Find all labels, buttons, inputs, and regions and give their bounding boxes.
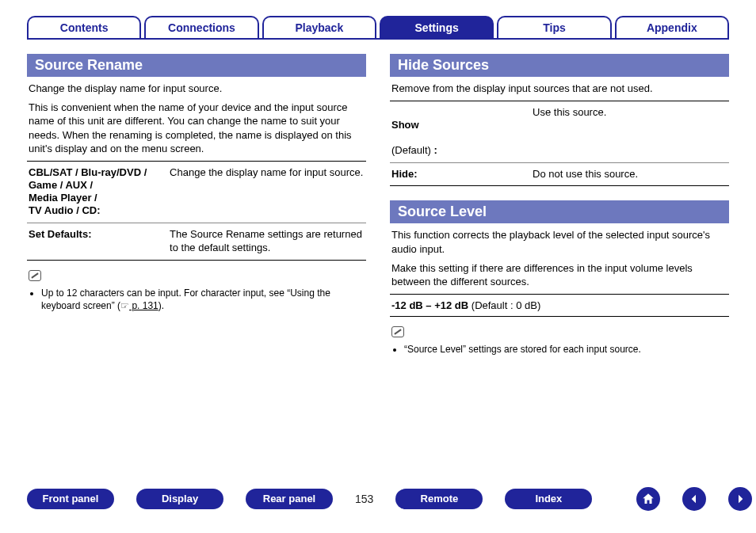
col-left: Source Rename Change the display name fo…: [27, 54, 366, 357]
source-rename-desc2: This is convenient when the name of your…: [29, 101, 365, 156]
remote-button[interactable]: Remote: [395, 489, 483, 509]
table-row: CBL/SAT / Blu-ray/DVD / Game / AUX / Med…: [27, 162, 366, 223]
table-row: Show (Default) : Use this source.: [390, 101, 729, 163]
note-item: “Source Level” settings are stored for e…: [404, 343, 729, 356]
tab-tips[interactable]: Tips: [497, 16, 611, 38]
tab-connections[interactable]: Connections: [144, 16, 258, 38]
bottom-bar: Front panel Display Rear panel 153 Remot…: [27, 487, 729, 511]
display-button[interactable]: Display: [136, 489, 223, 509]
heading-source-rename: Source Rename: [27, 54, 366, 77]
prev-page-icon[interactable]: [682, 487, 706, 511]
col-right: Hide Sources Remove from the display inp…: [390, 54, 729, 357]
index-button[interactable]: Index: [505, 489, 592, 509]
key-paren: (Default): [391, 144, 431, 156]
row-key: CBL/SAT / Blu-ray/DVD / Game / AUX / Med…: [29, 166, 170, 218]
page-reference-link[interactable]: p. 131: [129, 300, 158, 311]
range-bold: -12 dB – +12 dB: [391, 299, 468, 311]
note-text-pre: Up to 12 characters can be input. For ch…: [41, 287, 330, 311]
tab-playback[interactable]: Playback: [262, 16, 376, 38]
heading-source-level: Source Level: [390, 200, 729, 223]
hide-sources-table: Show (Default) : Use this source. Hide: …: [390, 101, 729, 187]
next-page-icon[interactable]: [728, 487, 752, 511]
source-level-range: -12 dB – +12 dB (Default : 0 dB): [390, 294, 729, 317]
content-area: Source Rename Change the display name fo…: [27, 54, 729, 357]
rear-panel-button[interactable]: Rear panel: [246, 489, 333, 509]
source-level-desc1: This function corrects the playback leve…: [391, 228, 727, 256]
nav-tabs: Contents Connections Playback Settings T…: [27, 16, 729, 40]
hide-sources-desc: Remove from the display input sources th…: [391, 82, 727, 96]
row-key: Hide:: [391, 168, 533, 181]
home-icon[interactable]: [636, 487, 660, 511]
note-text-post: ).: [158, 300, 164, 311]
row-key: Show (Default) :: [391, 106, 533, 158]
row-val: The Source Rename settings are returned …: [170, 228, 365, 255]
tab-contents[interactable]: Contents: [27, 16, 141, 38]
page-number: 153: [355, 493, 373, 505]
table-row: Hide: Do not use this source.: [390, 163, 729, 186]
note-item: Up to 12 characters can be input. For ch…: [41, 287, 366, 312]
row-val: Do not use this source.: [533, 168, 727, 181]
key-colon: :: [431, 144, 437, 156]
key-label: Show: [391, 119, 419, 131]
pencil-icon: [391, 326, 404, 337]
source-rename-desc1: Change the display name for input source…: [29, 82, 365, 96]
heading-hide-sources: Hide Sources: [390, 54, 729, 77]
table-row: Set Defaults: The Source Rename settings…: [27, 223, 366, 260]
row-val: Use this source.: [533, 106, 727, 158]
row-val: Change the display name for input source…: [170, 166, 365, 218]
source-level-desc2: Make this setting if there are differenc…: [391, 261, 727, 289]
source-level-notes: “Source Level” settings are stored for e…: [404, 343, 729, 356]
front-panel-button[interactable]: Front panel: [27, 489, 114, 509]
tab-appendix[interactable]: Appendix: [615, 16, 729, 38]
pencil-icon: [29, 270, 41, 281]
tab-settings[interactable]: Settings: [380, 16, 494, 38]
hand-icon: ☞: [120, 300, 129, 311]
source-rename-table: CBL/SAT / Blu-ray/DVD / Game / AUX / Med…: [27, 161, 366, 261]
source-rename-notes: Up to 12 characters can be input. For ch…: [41, 287, 366, 312]
row-key: Set Defaults:: [29, 228, 170, 255]
range-rest: (Default : 0 dB): [468, 299, 540, 311]
